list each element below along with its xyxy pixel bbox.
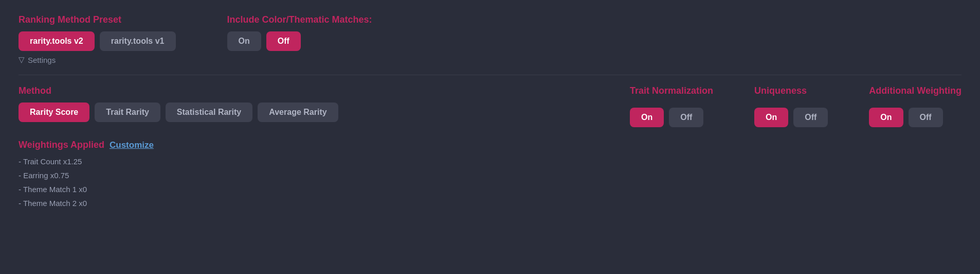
weighting-item-1: - Trait Count x1.25 xyxy=(19,155,961,168)
method-label: Method xyxy=(19,85,378,96)
additional-weight-off-button[interactable]: Off xyxy=(909,108,943,127)
additional-weighting-section: Additional Weighting On Off xyxy=(869,85,961,127)
trait-normalization-btn-group: On Off xyxy=(630,108,713,127)
settings-label: Settings xyxy=(28,56,56,64)
weightings-section: Weightings Applied Customize - Trait Cou… xyxy=(19,140,961,210)
settings-triangle-icon: ▽ xyxy=(19,55,25,64)
color-off-button[interactable]: Off xyxy=(266,31,301,51)
additional-weight-on-button[interactable]: On xyxy=(869,108,903,127)
trait-normalization-section: Trait Normalization On Off xyxy=(630,85,713,127)
additional-weighting-btn-group: On Off xyxy=(869,108,961,127)
uniqueness-section: Uniqueness On Off xyxy=(754,85,828,127)
trait-normalization-label: Trait Normalization xyxy=(630,85,713,96)
uniqueness-off-button[interactable]: Off xyxy=(793,108,828,127)
average-rarity-button[interactable]: Average Rarity xyxy=(258,102,338,122)
ranking-v2-button[interactable]: rarity.tools v2 xyxy=(19,31,95,51)
weightings-label: Weightings Applied xyxy=(19,140,104,150)
trait-norm-on-button[interactable]: On xyxy=(630,108,664,127)
color-label: Include Color/Thematic Matches: xyxy=(227,14,372,25)
ranking-label: Ranking Method Preset xyxy=(19,14,176,25)
top-section: Ranking Method Preset rarity.tools v2 ra… xyxy=(19,14,961,51)
color-section: Include Color/Thematic Matches: On Off xyxy=(227,14,372,51)
ranking-btn-group: rarity.tools v2 rarity.tools v1 xyxy=(19,31,176,51)
method-group: Method Rarity Score Trait Rarity Statist… xyxy=(19,85,378,122)
ranking-section: Ranking Method Preset rarity.tools v2 ra… xyxy=(19,14,176,51)
method-btn-group: Rarity Score Trait Rarity Statistical Ra… xyxy=(19,102,378,122)
statistical-rarity-button[interactable]: Statistical Rarity xyxy=(166,102,252,122)
method-row: Method Rarity Score Trait Rarity Statist… xyxy=(19,85,961,127)
weightings-header: Weightings Applied Customize xyxy=(19,140,961,150)
ranking-v1-button[interactable]: rarity.tools v1 xyxy=(100,31,176,51)
weighting-item-2: - Earring x0.75 xyxy=(19,168,961,182)
weighting-item-3: - Theme Match 1 x0 xyxy=(19,182,961,196)
uniqueness-btn-group: On Off xyxy=(754,108,828,127)
trait-norm-off-button[interactable]: Off xyxy=(669,108,703,127)
color-on-button[interactable]: On xyxy=(227,31,261,51)
color-btn-group: On Off xyxy=(227,31,372,51)
divider xyxy=(19,75,961,75)
uniqueness-label: Uniqueness xyxy=(754,85,828,96)
toggle-groups: Trait Normalization On Off Uniqueness On… xyxy=(599,85,961,127)
weighting-item-4: - Theme Match 2 x0 xyxy=(19,196,961,210)
customize-link[interactable]: Customize xyxy=(110,140,154,150)
settings-toggle[interactable]: ▽ Settings xyxy=(19,55,961,64)
uniqueness-on-button[interactable]: On xyxy=(754,108,788,127)
trait-rarity-button[interactable]: Trait Rarity xyxy=(95,102,160,122)
rarity-score-button[interactable]: Rarity Score xyxy=(19,102,89,122)
additional-weighting-label: Additional Weighting xyxy=(869,85,961,96)
